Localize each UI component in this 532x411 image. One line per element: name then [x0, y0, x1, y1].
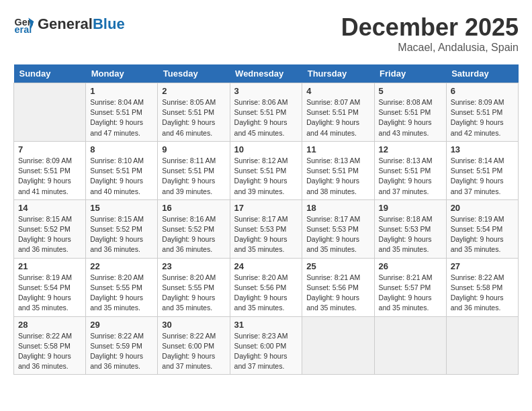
- day-number: 21: [18, 261, 81, 271]
- calendar-title-section: December 2025 Macael, Andalusia, Spain: [341, 13, 519, 54]
- day-number: 3: [234, 86, 298, 96]
- weekday-header-tuesday: Tuesday: [158, 64, 230, 83]
- calendar-cell: 2Sunrise: 8:05 AMSunset: 5:51 PMDaylight…: [158, 83, 230, 142]
- logo-text: GeneralBlue: [38, 16, 125, 32]
- day-number: 12: [379, 144, 442, 154]
- day-number: 16: [162, 203, 225, 213]
- weekday-header-thursday: Thursday: [302, 64, 374, 83]
- day-number: 27: [451, 261, 514, 271]
- day-info: Sunrise: 8:22 AMSunset: 6:00 PMDaylight:…: [162, 331, 225, 372]
- day-number: 1: [90, 86, 153, 96]
- day-number: 11: [306, 144, 369, 154]
- weekday-header-wednesday: Wednesday: [230, 64, 302, 83]
- day-number: 14: [18, 203, 81, 213]
- day-info: Sunrise: 8:18 AMSunset: 5:53 PMDaylight:…: [379, 214, 442, 255]
- calendar-cell: 26Sunrise: 8:21 AMSunset: 5:57 PMDayligh…: [374, 258, 446, 316]
- weekday-header-friday: Friday: [374, 64, 446, 83]
- calendar-cell: 3Sunrise: 8:06 AMSunset: 5:51 PMDaylight…: [230, 83, 302, 142]
- day-info: Sunrise: 8:08 AMSunset: 5:51 PMDaylight:…: [379, 97, 442, 138]
- day-info: Sunrise: 8:19 AMSunset: 5:54 PMDaylight:…: [451, 214, 514, 255]
- day-info: Sunrise: 8:21 AMSunset: 5:56 PMDaylight:…: [306, 273, 369, 314]
- calendar-cell: 5Sunrise: 8:08 AMSunset: 5:51 PMDaylight…: [374, 83, 446, 142]
- day-info: Sunrise: 8:22 AMSunset: 5:58 PMDaylight:…: [18, 331, 81, 372]
- day-number: 25: [306, 261, 369, 271]
- calendar-cell: 31Sunrise: 8:23 AMSunset: 6:00 PMDayligh…: [230, 316, 302, 375]
- calendar-cell: 6Sunrise: 8:09 AMSunset: 5:51 PMDaylight…: [446, 83, 518, 142]
- calendar-cell: 9Sunrise: 8:11 AMSunset: 5:51 PMDaylight…: [158, 141, 230, 199]
- day-info: Sunrise: 8:22 AMSunset: 5:58 PMDaylight:…: [451, 273, 514, 314]
- day-info: Sunrise: 8:19 AMSunset: 5:54 PMDaylight:…: [18, 273, 81, 314]
- day-info: Sunrise: 8:21 AMSunset: 5:57 PMDaylight:…: [379, 273, 442, 314]
- day-number: 2: [162, 86, 225, 96]
- svg-text:eral: eral: [15, 24, 32, 35]
- day-number: 5: [379, 86, 442, 96]
- day-number: 4: [306, 86, 369, 96]
- day-info: Sunrise: 8:20 AMSunset: 5:55 PMDaylight:…: [162, 273, 225, 314]
- calendar-cell: 24Sunrise: 8:20 AMSunset: 5:56 PMDayligh…: [230, 258, 302, 316]
- calendar-cell: 25Sunrise: 8:21 AMSunset: 5:56 PMDayligh…: [302, 258, 374, 316]
- calendar-cell: [446, 316, 518, 375]
- calendar-cell: 22Sunrise: 8:20 AMSunset: 5:55 PMDayligh…: [86, 258, 158, 316]
- week-row-4: 21Sunrise: 8:19 AMSunset: 5:54 PMDayligh…: [14, 258, 519, 316]
- day-info: Sunrise: 8:15 AMSunset: 5:52 PMDaylight:…: [18, 214, 81, 255]
- day-info: Sunrise: 8:07 AMSunset: 5:51 PMDaylight:…: [306, 97, 369, 138]
- day-number: 22: [90, 261, 153, 271]
- day-info: Sunrise: 8:22 AMSunset: 5:59 PMDaylight:…: [90, 331, 153, 372]
- day-info: Sunrise: 8:12 AMSunset: 5:51 PMDaylight:…: [234, 156, 298, 197]
- calendar-cell: 28Sunrise: 8:22 AMSunset: 5:58 PMDayligh…: [14, 316, 86, 375]
- calendar-cell: 4Sunrise: 8:07 AMSunset: 5:51 PMDaylight…: [302, 83, 374, 142]
- calendar-cell: 8Sunrise: 8:10 AMSunset: 5:51 PMDaylight…: [86, 141, 158, 199]
- weekday-header-saturday: Saturday: [446, 64, 518, 83]
- day-info: Sunrise: 8:10 AMSunset: 5:51 PMDaylight:…: [90, 156, 153, 197]
- day-number: 23: [162, 261, 225, 271]
- day-info: Sunrise: 8:15 AMSunset: 5:52 PMDaylight:…: [90, 214, 153, 255]
- calendar-cell: 19Sunrise: 8:18 AMSunset: 5:53 PMDayligh…: [374, 199, 446, 258]
- week-row-3: 14Sunrise: 8:15 AMSunset: 5:52 PMDayligh…: [14, 199, 519, 258]
- day-number: 8: [90, 144, 153, 154]
- weekday-header-row: SundayMondayTuesdayWednesdayThursdayFrid…: [14, 64, 519, 83]
- weekday-header-monday: Monday: [86, 64, 158, 83]
- day-number: 28: [18, 320, 81, 330]
- calendar-cell: 16Sunrise: 8:16 AMSunset: 5:52 PMDayligh…: [158, 199, 230, 258]
- day-number: 20: [451, 203, 514, 213]
- calendar-cell: 20Sunrise: 8:19 AMSunset: 5:54 PMDayligh…: [446, 199, 518, 258]
- calendar-cell: 17Sunrise: 8:17 AMSunset: 5:53 PMDayligh…: [230, 199, 302, 258]
- day-number: 26: [379, 261, 442, 271]
- day-info: Sunrise: 8:13 AMSunset: 5:51 PMDaylight:…: [306, 156, 369, 197]
- calendar-cell: 29Sunrise: 8:22 AMSunset: 5:59 PMDayligh…: [86, 316, 158, 375]
- week-row-5: 28Sunrise: 8:22 AMSunset: 5:58 PMDayligh…: [14, 316, 519, 375]
- calendar-cell: 18Sunrise: 8:17 AMSunset: 5:53 PMDayligh…: [302, 199, 374, 258]
- day-info: Sunrise: 8:17 AMSunset: 5:53 PMDaylight:…: [306, 214, 369, 255]
- logo-icon: Gen eral: [13, 13, 35, 35]
- calendar-cell: 23Sunrise: 8:20 AMSunset: 5:55 PMDayligh…: [158, 258, 230, 316]
- day-number: 6: [451, 86, 514, 96]
- day-info: Sunrise: 8:14 AMSunset: 5:51 PMDaylight:…: [451, 156, 514, 197]
- day-number: 19: [379, 203, 442, 213]
- calendar-cell: 11Sunrise: 8:13 AMSunset: 5:51 PMDayligh…: [302, 141, 374, 199]
- day-number: 17: [234, 203, 298, 213]
- day-info: Sunrise: 8:09 AMSunset: 5:51 PMDaylight:…: [451, 97, 514, 138]
- day-info: Sunrise: 8:06 AMSunset: 5:51 PMDaylight:…: [234, 97, 298, 138]
- day-number: 9: [162, 144, 225, 154]
- day-info: Sunrise: 8:23 AMSunset: 6:00 PMDaylight:…: [234, 331, 298, 372]
- day-number: 30: [162, 320, 225, 330]
- calendar-cell: 27Sunrise: 8:22 AMSunset: 5:58 PMDayligh…: [446, 258, 518, 316]
- calendar-cell: [302, 316, 374, 375]
- day-number: 31: [234, 320, 298, 330]
- day-info: Sunrise: 8:20 AMSunset: 5:55 PMDaylight:…: [90, 273, 153, 314]
- calendar-cell: 1Sunrise: 8:04 AMSunset: 5:51 PMDaylight…: [86, 83, 158, 142]
- calendar-cell: [14, 83, 86, 142]
- day-info: Sunrise: 8:09 AMSunset: 5:51 PMDaylight:…: [18, 156, 81, 197]
- week-row-2: 7Sunrise: 8:09 AMSunset: 5:51 PMDaylight…: [14, 141, 519, 199]
- week-row-1: 1Sunrise: 8:04 AMSunset: 5:51 PMDaylight…: [14, 83, 519, 142]
- location-title: Macael, Andalusia, Spain: [341, 42, 519, 54]
- weekday-header-sunday: Sunday: [14, 64, 86, 83]
- day-number: 29: [90, 320, 153, 330]
- day-info: Sunrise: 8:17 AMSunset: 5:53 PMDaylight:…: [234, 214, 298, 255]
- day-info: Sunrise: 8:04 AMSunset: 5:51 PMDaylight:…: [90, 97, 153, 138]
- logo: Gen eral GeneralBlue: [13, 13, 125, 35]
- calendar-cell: 30Sunrise: 8:22 AMSunset: 6:00 PMDayligh…: [158, 316, 230, 375]
- page-header: Gen eral GeneralBlue December 2025 Macae…: [13, 13, 519, 54]
- calendar-cell: 7Sunrise: 8:09 AMSunset: 5:51 PMDaylight…: [14, 141, 86, 199]
- day-number: 7: [18, 144, 81, 154]
